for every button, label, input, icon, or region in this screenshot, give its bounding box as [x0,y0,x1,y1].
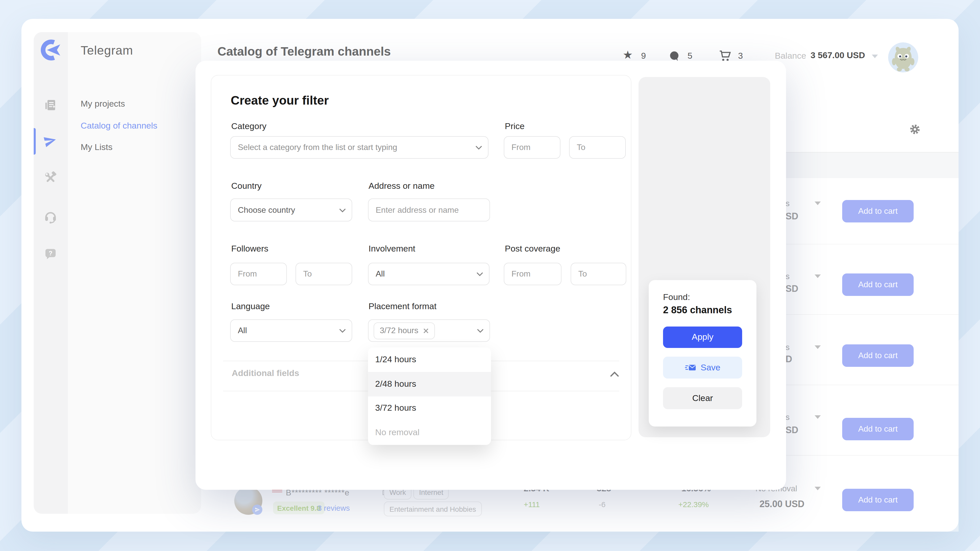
row-price-value: 25.00 USD [759,499,804,510]
row-format-caret-icon[interactable] [815,415,821,419]
balance-label: Balance [775,51,806,61]
price-from-input[interactable] [504,136,560,159]
followers-delta: +111 [524,500,540,509]
followers-label: Followers [231,244,269,254]
found-value: 2 856 channels [663,305,732,316]
row-format-caret-icon[interactable] [815,345,821,349]
cart-count: 3 [738,51,743,61]
apply-button[interactable]: Apply [663,327,742,348]
placement-format-label: Placement format [369,302,436,312]
catalog-paper-plane-icon[interactable] [44,135,57,148]
country-select[interactable]: Choose country [230,198,352,221]
category-placeholder: Select a category from the list or start… [238,143,397,152]
address-input[interactable] [368,198,490,221]
tools-icon[interactable] [44,171,57,185]
row-format-caret-icon[interactable] [815,202,821,205]
my-projects-icon[interactable] [44,98,57,112]
chevron-down-icon [339,326,345,335]
country-placeholder: Choose country [238,205,295,214]
channel-reviews-link[interactable]: 3 reviews [318,503,350,512]
row-format-caret-icon[interactable] [815,487,821,490]
row-format-text: s [786,199,790,208]
row-price-text: SD [786,284,798,294]
row-format-text: s [786,272,790,281]
remove-tag-icon[interactable] [423,328,428,333]
save-button-label: Save [700,362,721,373]
active-nav-indicator [34,128,36,155]
views-delta: -6 [599,500,606,509]
telegram-badge-icon [252,505,262,515]
involvement-label: Involvement [369,244,415,254]
row-format-text: s [786,413,790,422]
chevron-down-icon [476,143,482,152]
table-settings-gear-icon[interactable] [910,124,920,135]
channel-tag: Entertainment and Hobbies [384,502,482,516]
add-to-cart-button[interactable]: Add to cart [842,273,914,296]
post-coverage-label: Post coverage [505,244,560,254]
add-to-cart-button[interactable]: Add to cart [842,489,914,511]
add-to-cart-button[interactable]: Add to cart [842,200,914,222]
sidebar-icon-rail: ? [34,32,68,514]
row-price-text: SD [786,211,798,222]
row-price-text: SD [786,425,798,436]
app-logo-icon[interactable] [39,39,62,61]
involvement-value: All [375,269,385,279]
followers-to-input[interactable] [296,263,352,285]
post-coverage-from-input[interactable] [504,263,562,285]
page-title: Catalog of Telegram channels [218,44,391,59]
filter-modal-title: Create your filter [231,94,329,108]
involvement-select[interactable]: All [368,263,490,285]
sidebar-item-catalog-of-channels[interactable]: Catalog of channels [81,121,158,131]
placement-format-select[interactable]: 3/72 hours [368,319,490,342]
language-value: All [238,326,247,335]
clear-button[interactable]: Clear [663,387,742,409]
placement-option-1-24-hours[interactable]: 1/24 hours [368,348,491,372]
post-coverage-to-input[interactable] [571,263,626,285]
sidebar-item-my-projects[interactable]: My projects [81,99,125,109]
additional-fields-label: Additional fields [232,368,299,379]
language-label: Language [231,302,270,312]
chevron-down-icon [477,269,483,279]
row-format-text: s [786,343,790,352]
category-select[interactable]: Select a category from the list or start… [230,136,488,159]
favorites-star-icon[interactable]: ★ [623,48,633,62]
price-to-input[interactable] [569,136,626,159]
help-chat-icon[interactable]: ? [44,247,57,260]
svg-text:?: ? [49,250,52,257]
add-to-cart-button[interactable]: Add to cart [842,418,914,440]
er-delta: +22.39% [678,500,709,509]
price-label: Price [505,121,525,132]
messages-count: 5 [687,51,692,61]
category-label: Category [231,121,266,132]
chevron-down-icon [477,326,484,335]
placement-format-tag-label: 3/72 hours [380,326,418,335]
favorites-count: 9 [641,51,646,61]
followers-from-input[interactable] [230,263,287,285]
add-to-cart-button[interactable]: Add to cart [842,345,914,367]
row-price-text: D [786,354,792,365]
row-format-caret-icon[interactable] [815,275,821,278]
support-headset-icon[interactable] [44,210,57,224]
balance-value[interactable]: 3 567.00 USD [811,51,865,61]
placement-option-3-72-hours[interactable]: 3/72 hours [368,396,491,421]
chevron-down-icon [339,205,345,214]
placement-option-no-removal[interactable]: No removal [368,421,491,445]
placement-option-2-48-hours[interactable]: 2/48 hours [368,372,491,396]
placement-format-dropdown: 1/24 hours 2/48 hours 3/72 hours No remo… [368,348,491,445]
balance-caret-icon[interactable] [872,55,878,58]
language-select[interactable]: All [230,319,352,342]
user-avatar[interactable] [888,42,918,73]
country-label: Country [231,181,262,191]
found-summary-card: Found: 2 856 channels Apply Save Clear [649,280,756,427]
filter-modal: Create your filter Category Select a cat… [196,61,786,490]
send-mail-icon [685,364,696,372]
save-button[interactable]: Save [663,357,742,379]
sidebar-item-my-lists[interactable]: My Lists [81,142,113,152]
placement-format-tag: 3/72 hours [374,322,434,339]
found-label: Found: [663,292,690,303]
sidebar: ? Telegram My projects Catalog of channe… [34,32,201,514]
address-label: Address or name [369,181,434,191]
app: ? Telegram My projects Catalog of channe… [0,0,980,551]
collapse-chevron-up-icon[interactable] [610,370,619,379]
channel-rating-badge: Excellent 9.8 [273,502,325,514]
